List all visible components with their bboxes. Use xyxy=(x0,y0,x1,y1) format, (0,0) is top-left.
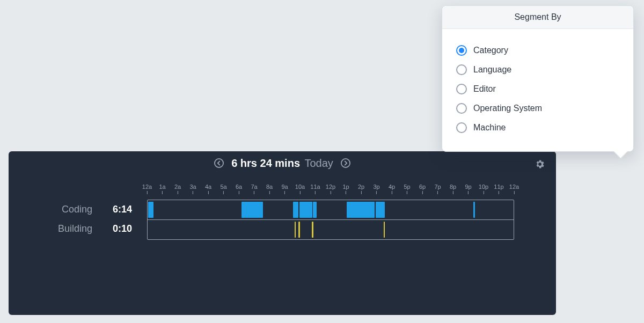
radio-icon xyxy=(456,84,467,94)
axis-tick: 3p xyxy=(373,183,379,194)
segment[interactable] xyxy=(347,202,375,218)
segment-option-label: Language xyxy=(473,65,511,75)
popover-title: Segment By xyxy=(442,6,633,29)
segment-option-label: Operating System xyxy=(473,104,542,113)
timeline-row-coding xyxy=(148,200,514,219)
segment-option-editor[interactable]: Editor xyxy=(456,79,619,99)
axis-tick: 4p xyxy=(389,183,395,194)
axis-tick: 11p xyxy=(494,183,503,194)
segment[interactable] xyxy=(148,202,153,218)
segment-option-operating-system[interactable]: Operating System xyxy=(456,99,619,118)
axis-tick: 7a xyxy=(251,183,257,194)
row-name: Building xyxy=(58,223,92,234)
duration-sub: Today xyxy=(304,157,333,169)
timeline-panel: 6 hrs 24 mins Today Coding6:14Building0:… xyxy=(9,151,556,315)
duration-text: 6 hrs 24 mins Today xyxy=(231,157,333,170)
axis-tick: 12a xyxy=(509,183,519,194)
axis-tick: 5a xyxy=(220,183,226,194)
axis-tick: 12p xyxy=(326,183,335,194)
segment[interactable] xyxy=(295,222,296,238)
timeline-axis: 12a1a2a3a4a5a6a7a8a9a10a11a12p1p2p3p4p5p… xyxy=(147,183,514,200)
row-labels: Coding6:14Building0:10 xyxy=(9,200,147,238)
segment[interactable] xyxy=(384,222,385,238)
segment-option-language[interactable]: Language xyxy=(456,60,619,79)
segment-option-category[interactable]: Category xyxy=(456,41,619,60)
radio-icon xyxy=(456,64,467,75)
axis-tick: 1a xyxy=(159,183,165,194)
row-duration: 0:10 xyxy=(107,223,132,234)
axis-tick: 4a xyxy=(205,183,211,194)
segment[interactable] xyxy=(376,202,385,218)
svg-point-0 xyxy=(215,159,223,167)
svg-point-1 xyxy=(341,159,350,167)
popover-body: CategoryLanguageEditorOperating SystemMa… xyxy=(442,29,633,151)
axis-tick: 9a xyxy=(281,183,288,194)
row-label-coding: Coding6:14 xyxy=(9,200,147,219)
radio-icon xyxy=(456,103,467,114)
segment-by-popover: Segment By CategoryLanguageEditorOperati… xyxy=(442,5,634,152)
axis-tick: 6a xyxy=(236,183,242,194)
axis-tick: 1p xyxy=(342,183,349,194)
axis-tick: 3a xyxy=(189,183,196,194)
segment-option-machine[interactable]: Machine xyxy=(456,118,619,137)
axis-tick: 10a xyxy=(295,183,305,194)
segment-option-label: Editor xyxy=(473,84,496,94)
segment[interactable] xyxy=(298,222,299,238)
axis-tick: 7p xyxy=(434,183,441,194)
duration-main: 6 hrs 24 mins xyxy=(231,157,300,169)
segment-option-label: Machine xyxy=(473,123,506,133)
axis-tick: 9p xyxy=(465,183,471,194)
row-name: Coding xyxy=(62,204,92,215)
segment-option-label: Category xyxy=(473,46,508,55)
axis-tick: 10p xyxy=(479,183,488,194)
timeline-row-building xyxy=(148,219,514,239)
segment[interactable] xyxy=(312,222,313,238)
axis-tick: 6p xyxy=(419,183,426,194)
next-day-button[interactable] xyxy=(341,158,350,168)
radio-icon xyxy=(456,45,467,56)
axis-tick: 12a xyxy=(142,183,152,194)
axis-tick: 11a xyxy=(310,183,320,194)
panel-header: 6 hrs 24 mins Today xyxy=(9,151,556,175)
axis-tick: 8p xyxy=(450,183,456,194)
segment[interactable] xyxy=(473,202,475,218)
gear-icon[interactable] xyxy=(535,159,545,170)
timeline-area: 12a1a2a3a4a5a6a7a8a9a10a11a12p1p2p3p4p5p… xyxy=(147,183,514,240)
row-duration: 6:14 xyxy=(107,204,132,215)
radio-icon xyxy=(456,122,467,133)
axis-tick: 2p xyxy=(358,183,364,194)
axis-tick: 2a xyxy=(174,183,181,194)
segment[interactable] xyxy=(299,202,312,218)
axis-tick: 5p xyxy=(404,183,410,194)
segment[interactable] xyxy=(313,202,317,218)
segment[interactable] xyxy=(293,202,298,218)
row-label-building: Building0:10 xyxy=(9,219,147,238)
segment[interactable] xyxy=(241,202,263,218)
timeline-rows xyxy=(147,200,514,240)
prev-day-button[interactable] xyxy=(214,158,224,168)
axis-tick: 8a xyxy=(266,183,273,194)
